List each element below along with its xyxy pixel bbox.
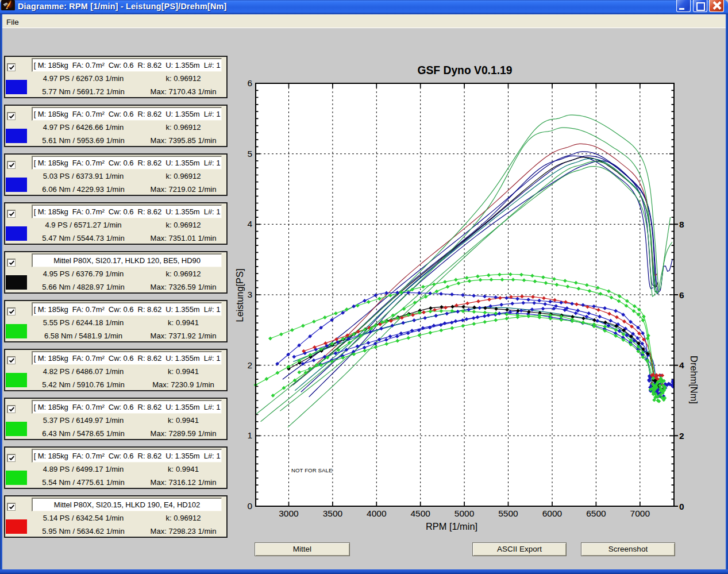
svg-text:6: 6 bbox=[679, 290, 684, 300]
svg-text:Drehm[Nm]: Drehm[Nm] bbox=[689, 356, 699, 404]
svg-text:3500: 3500 bbox=[323, 508, 343, 518]
svg-text:NOT FOR SALE: NOT FOR SALE bbox=[291, 467, 332, 473]
svg-text:1: 1 bbox=[247, 430, 252, 440]
svg-text:5500: 5500 bbox=[498, 508, 518, 518]
svg-text:GSF Dyno V0.1.19: GSF Dyno V0.1.19 bbox=[417, 64, 512, 76]
svg-text:4: 4 bbox=[679, 360, 684, 370]
svg-text:8: 8 bbox=[679, 219, 684, 229]
svg-text:RPM [1/min]: RPM [1/min] bbox=[426, 521, 477, 531]
svg-text:4: 4 bbox=[247, 219, 252, 229]
svg-text:7000: 7000 bbox=[630, 508, 650, 518]
svg-text:2: 2 bbox=[679, 431, 684, 441]
svg-text:6: 6 bbox=[247, 78, 252, 88]
svg-text:3: 3 bbox=[247, 290, 252, 299]
svg-text:3000: 3000 bbox=[279, 508, 299, 518]
svg-text:6500: 6500 bbox=[586, 508, 606, 518]
svg-text:4000: 4000 bbox=[367, 508, 387, 518]
svg-text:4500: 4500 bbox=[410, 508, 430, 518]
svg-text:5000: 5000 bbox=[454, 508, 475, 518]
svg-text:6000: 6000 bbox=[542, 508, 563, 518]
svg-text:5: 5 bbox=[247, 149, 252, 159]
svg-text:2: 2 bbox=[247, 360, 252, 370]
svg-text:Leistung[PS]: Leistung[PS] bbox=[234, 269, 245, 322]
svg-text:0: 0 bbox=[679, 502, 684, 511]
svg-text:0: 0 bbox=[247, 501, 252, 511]
